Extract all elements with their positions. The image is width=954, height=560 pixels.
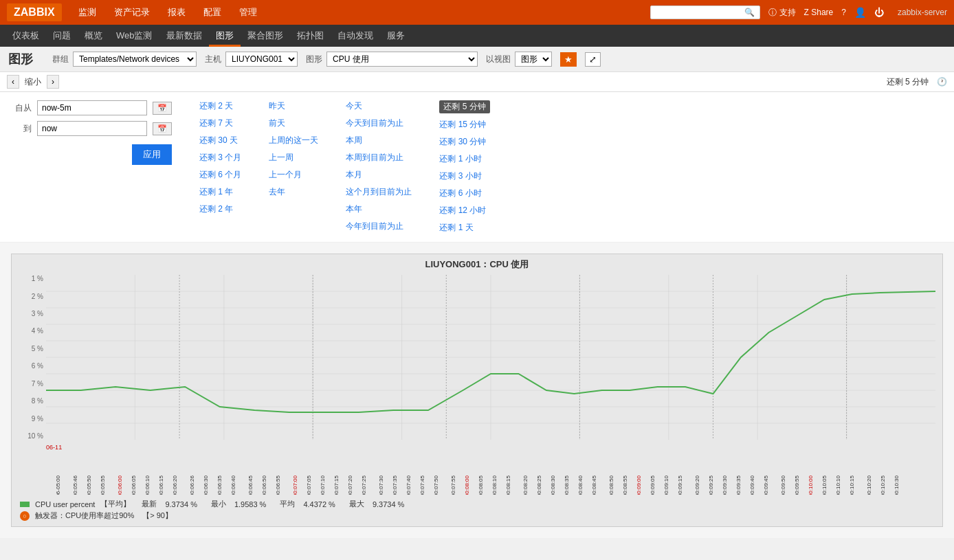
quick-link-today[interactable]: 今天 — [346, 100, 412, 112]
graph-container: LIUYONG001：CPU 使用 10 % 9 % 8 % 7 % 6 % 5… — [11, 254, 943, 527]
quick-link-lastWeek[interactable]: 上一周 — [269, 152, 318, 164]
nav-web[interactable]: Web监测 — [109, 25, 159, 47]
nav-topology[interactable]: 拓扑图 — [290, 25, 331, 47]
svg-text:00:08:05: 00:08:05 — [478, 475, 484, 495]
group-select[interactable]: Templates/Network devices — [73, 52, 197, 67]
time-inputs-group: 自从 📅 到 📅 应用 — [11, 100, 172, 234]
time-prev-button[interactable]: ‹ — [7, 75, 19, 89]
to-calendar-button[interactable]: 📅 — [153, 122, 172, 135]
nav-reports[interactable]: 报表 — [165, 5, 188, 20]
svg-text:00:07:50: 00:07:50 — [433, 475, 439, 495]
legend-color — [20, 502, 30, 507]
share-link[interactable]: Z Share — [804, 8, 834, 17]
nav-monitor[interactable]: 监测 — [76, 5, 99, 20]
view-select[interactable]: 图形 — [515, 52, 552, 67]
nav-discovery[interactable]: 自动发现 — [331, 25, 380, 47]
apply-button[interactable]: 应用 — [132, 144, 172, 165]
time-nav: ‹ 缩小 › 还剩 5 分钟 🕐 — [0, 72, 954, 92]
quick-link-15min[interactable]: 还剩 15 分钟 — [439, 119, 489, 131]
legend-max-label: 最大 — [349, 499, 364, 509]
top-bar-right: 🔍 ⓘ 支持 Z Share ? 👤 ⏻ zabbix-server — [650, 5, 947, 19]
to-row: 到 📅 — [11, 121, 172, 136]
quick-link-1year[interactable]: 还剩 1 年 — [199, 186, 241, 198]
svg-text:00:06:00: 00:06:00 — [117, 475, 123, 495]
from-input[interactable] — [37, 100, 147, 115]
svg-text:00:09:50: 00:09:50 — [780, 475, 786, 495]
legend-min-value: 1.9583 % — [234, 500, 266, 508]
quick-link-lastMonth[interactable]: 上一个月 — [269, 169, 318, 181]
nav-admin[interactable]: 管理 — [236, 5, 260, 20]
quick-link-thisMonthSoFar[interactable]: 这个月到目前为止 — [346, 186, 412, 198]
svg-text:00:07:00: 00:07:00 — [292, 475, 298, 495]
nav-dashboard[interactable]: 仪表板 — [5, 25, 46, 47]
svg-text:00:07:45: 00:07:45 — [419, 475, 425, 495]
user-icon[interactable]: 👤 — [854, 7, 866, 18]
nav-services[interactable]: 服务 — [380, 25, 412, 47]
quick-link-2days[interactable]: 还剩 2 天 — [199, 100, 241, 112]
quick-link-thisWeek[interactable]: 本周 — [346, 135, 412, 146]
nav-latest-data[interactable]: 最新数据 — [159, 25, 209, 47]
quick-link-6months[interactable]: 还剩 6 个月 — [199, 169, 241, 181]
quick-link-7days[interactable]: 还剩 7 天 — [199, 117, 241, 129]
quick-link-1hour[interactable]: 还剩 1 小时 — [439, 153, 489, 165]
y-label-4: 4 % — [32, 327, 43, 335]
quick-link-yesterday[interactable]: 昨天 — [269, 100, 318, 112]
nav-overview[interactable]: 概览 — [78, 25, 109, 47]
svg-text:00:09:35: 00:09:35 — [735, 475, 742, 495]
quick-link-thisYear[interactable]: 本年 — [346, 203, 412, 215]
svg-text:00:09:45: 00:09:45 — [763, 475, 769, 495]
quick-link-daybeforeyesterday[interactable]: 前天 — [269, 117, 318, 129]
help-link[interactable]: ? — [841, 8, 846, 17]
nav-aggregate[interactable]: 聚合图形 — [241, 25, 290, 47]
search-input[interactable] — [655, 8, 744, 17]
time-next-button[interactable]: › — [47, 75, 59, 89]
quick-link-todaySoFar[interactable]: 今天到目前为止 — [346, 117, 412, 129]
quick-link-12hours[interactable]: 还剩 12 小时 — [439, 205, 489, 216]
star-button[interactable]: ★ — [560, 52, 577, 67]
svg-text:00:06:30: 00:06:30 — [203, 475, 209, 495]
quick-link-30min[interactable]: 还剩 30 分钟 — [439, 136, 489, 148]
graph-select[interactable]: CPU 使用 — [326, 52, 478, 67]
quick-link-thisYearSoFar[interactable]: 今年到目前为止 — [346, 221, 412, 232]
nav-assets[interactable]: 资产记录 — [111, 5, 153, 20]
view-label: 以视图 — [486, 54, 511, 65]
svg-text:06-05:00: 06-05:00 — [55, 475, 61, 495]
nav-problems[interactable]: 问题 — [46, 25, 78, 47]
nav-config[interactable]: 配置 — [201, 5, 224, 20]
from-calendar-button[interactable]: 📅 — [153, 102, 172, 115]
quick-link-3months[interactable]: 还剩 3 个月 — [199, 152, 241, 164]
legend-label: CPU user percent — [35, 500, 95, 508]
support-link[interactable]: ⓘ 支持 — [768, 7, 795, 19]
quick-link-6hours[interactable]: 还剩 6 小时 — [439, 188, 489, 199]
quick-link-lastYear[interactable]: 去年 — [269, 186, 318, 198]
svg-text:00:09:30: 00:09:30 — [722, 475, 728, 495]
x-axis-svg: 06-11 06-11 — [46, 440, 935, 453]
svg-text:00:08:25: 00:08:25 — [536, 475, 542, 495]
host-label: 主机 — [205, 54, 221, 65]
svg-text:00:08:30: 00:08:30 — [550, 475, 556, 495]
nav-graphs[interactable]: 图形 — [209, 25, 241, 47]
server-label: zabbix-server — [898, 8, 947, 17]
quick-col-2: 昨天 前天 上周的这一天 上一周 上一个月 去年 — [269, 100, 318, 234]
quick-link-thisDayLastWeek[interactable]: 上周的这一天 — [269, 135, 318, 146]
quick-link-1day[interactable]: 还剩 1 天 — [439, 222, 489, 234]
expand-button[interactable]: ⤢ — [585, 52, 601, 67]
svg-text:00:08:40: 00:08:40 — [577, 475, 584, 495]
svg-text:00:09:40: 00:09:40 — [749, 475, 755, 495]
quick-link-thisWeekSoFar[interactable]: 本周到目前为止 — [346, 152, 412, 164]
top-nav: 监测 资产记录 报表 配置 管理 — [76, 5, 651, 20]
legend-max-value: 9.3734 % — [373, 500, 404, 508]
svg-text:00:05:46: 00:05:46 — [72, 475, 78, 495]
logout-icon[interactable]: ⏻ — [874, 7, 884, 18]
quick-link-30days[interactable]: 还剩 30 天 — [199, 135, 241, 146]
to-input[interactable] — [37, 121, 147, 136]
quick-link-thisMonth[interactable]: 本月 — [346, 169, 412, 181]
quick-link-2years[interactable]: 还剩 2 年 — [199, 203, 241, 215]
search-box[interactable]: 🔍 — [650, 5, 760, 19]
quick-link-3hours[interactable]: 还剩 3 小时 — [439, 170, 489, 182]
search-icon[interactable]: 🔍 — [744, 8, 755, 17]
svg-text:00:10:30: 00:10:30 — [894, 475, 900, 495]
host-select[interactable]: LIUYONG001 — [225, 52, 298, 67]
quick-link-5min[interactable]: 还剩 5 分钟 — [439, 100, 489, 113]
x-axis-labels: 06-11 06-11 — [46, 440, 935, 453]
